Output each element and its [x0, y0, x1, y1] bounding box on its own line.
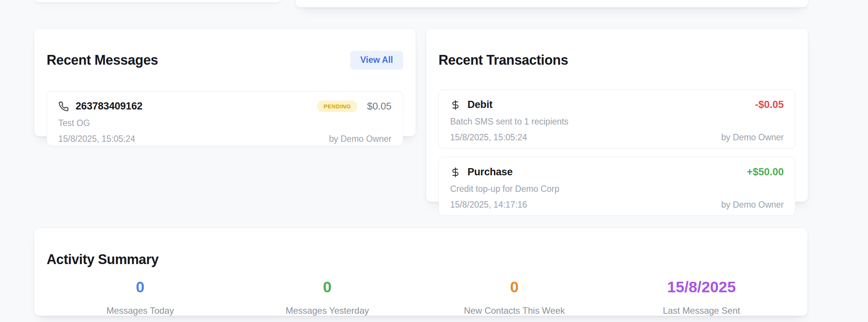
recent-transactions-title: Recent Transactions: [439, 52, 568, 68]
transaction-description: Batch SMS sent to 1 recipients: [450, 117, 784, 127]
stat-label: Messages Yesterday: [234, 305, 421, 316]
activity-stats-row: 0 Messages Today 0 Messages Yesterday 0 …: [47, 279, 795, 316]
transaction-timestamp: 15/8/2025, 14:17:16: [450, 200, 527, 210]
message-cost: $0.05: [367, 100, 392, 112]
message-item-footer-row: 15/8/2025, 15:05:24 by Demo Owner: [58, 134, 392, 144]
recent-messages-header: Recent Messages View All: [47, 41, 403, 79]
stat-label: Last Message Sent: [608, 305, 795, 316]
message-item-recipient-group: 263783409162: [58, 100, 143, 112]
view-all-button[interactable]: View All: [350, 51, 403, 69]
transaction-description: Credit top-up for Demo Corp: [450, 184, 784, 194]
transaction-amount: -$0.05: [755, 99, 784, 111]
phone-icon: [58, 101, 69, 112]
dashboard-page: Recent Messages View All 263783409162 PE…: [0, 0, 868, 322]
status-badge: PENDING: [317, 100, 357, 112]
transaction-author: by Demo Owner: [721, 132, 784, 143]
stat-label: Messages Today: [47, 305, 234, 316]
message-recipient-number: 263783409162: [76, 100, 143, 112]
stat-messages-yesterday: 0 Messages Yesterday: [234, 279, 421, 316]
transaction-type: Purchase: [467, 166, 513, 178]
message-timestamp: 15/8/2025, 15:05:24: [58, 134, 135, 144]
recent-transactions-card: Recent Transactions Debit -$0.05 Batch S…: [426, 28, 808, 202]
dollar-icon: [450, 100, 461, 110]
stat-value: 0: [234, 279, 421, 296]
stat-label: New Contacts This Week: [421, 305, 608, 316]
recent-messages-title: Recent Messages: [47, 52, 158, 68]
dollar-icon: [450, 167, 461, 178]
stat-value: 15/8/2025: [608, 279, 795, 296]
stat-new-contacts-this-week: 0 New Contacts This Week: [421, 279, 608, 316]
activity-summary-title: Activity Summary: [47, 252, 795, 267]
transaction-type: Debit: [467, 99, 493, 111]
transaction-author: by Demo Owner: [721, 200, 784, 210]
transaction-type-group: Purchase: [450, 166, 513, 178]
message-author: by Demo Owner: [329, 134, 392, 144]
transaction-timestamp: 15/8/2025, 15:05:24: [450, 132, 527, 143]
stat-value: 0: [421, 279, 608, 296]
transaction-item-footer-row: 15/8/2025, 14:17:16 by Demo Owner: [450, 200, 784, 210]
message-body-text: Test OG: [58, 118, 392, 128]
top-right-card-cut-off: [295, 0, 808, 8]
transaction-type-group: Debit: [450, 99, 493, 111]
transaction-amount: +$50.00: [747, 166, 784, 178]
message-list-item: 263783409162 PENDING $0.05 Test OG 15/8/…: [47, 91, 403, 146]
stat-last-message-sent: 15/8/2025 Last Message Sent: [608, 279, 795, 316]
transaction-list-item: Debit -$0.05 Batch SMS sent to 1 recipie…: [439, 90, 795, 149]
recent-transactions-header: Recent Transactions: [439, 41, 795, 79]
message-item-header-row: 263783409162 PENDING $0.05: [58, 100, 392, 112]
stat-value: 0: [47, 279, 234, 296]
message-item-meta-group: PENDING $0.05: [317, 100, 392, 112]
transaction-item-footer-row: 15/8/2025, 15:05:24 by Demo Owner: [450, 132, 784, 143]
transaction-item-header-row: Debit -$0.05: [450, 99, 784, 111]
transaction-item-header-row: Purchase +$50.00: [450, 166, 784, 178]
top-left-card-cut-off: [34, 0, 281, 3]
transaction-list-item: Purchase +$50.00 Credit top-up for Demo …: [439, 157, 795, 216]
activity-summary-card: Activity Summary 0 Messages Today 0 Mess…: [34, 228, 808, 316]
recent-messages-card: Recent Messages View All 263783409162 PE…: [34, 28, 416, 137]
stat-messages-today: 0 Messages Today: [47, 279, 234, 316]
